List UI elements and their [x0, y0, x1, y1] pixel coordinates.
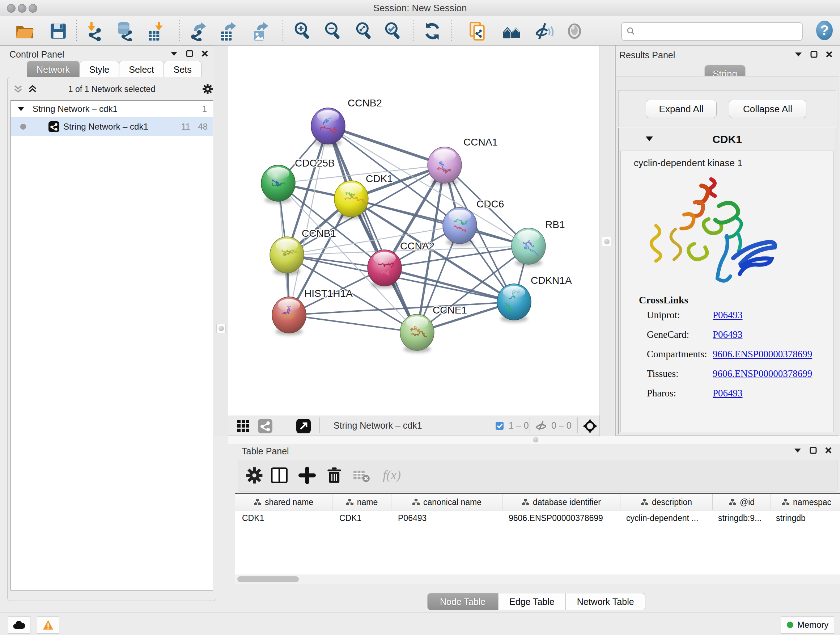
network-node-ccne1[interactable]: CCNE1	[400, 304, 467, 353]
preview-icon[interactable]	[564, 21, 584, 41]
table-header-row[interactable]: shared namenamecanonical namedatabase id…	[235, 494, 840, 510]
splitter-handle[interactable]	[602, 237, 611, 246]
home-icon[interactable]	[501, 21, 522, 41]
network-node-cdc6[interactable]: CDC6	[443, 198, 504, 246]
cloud-status-button[interactable]	[8, 616, 30, 633]
network-view-canvas[interactable]: CCNB2CCNA1CDC25BCDK1CDC6RB1CCNB1CCNA2CDK…	[228, 46, 600, 416]
zoom-in-icon[interactable]	[293, 21, 313, 41]
tab-sets[interactable]: Sets	[164, 61, 202, 78]
zoom-fit-icon[interactable]	[354, 21, 374, 41]
import-network-icon[interactable]	[84, 21, 104, 41]
table-settings-gear-icon[interactable]	[246, 467, 263, 484]
column-header-name[interactable]: name	[332, 494, 392, 510]
gear-icon[interactable]	[202, 84, 213, 95]
tab-edge-table[interactable]: Edge Table	[498, 593, 566, 610]
table-cell[interactable]: CDK1	[332, 510, 391, 526]
maximize-panel-icon[interactable]	[810, 447, 817, 454]
table-cell[interactable]: P06493	[391, 510, 501, 526]
column-header-namespac[interactable]: namespac	[771, 494, 840, 510]
column-header-description[interactable]: description	[621, 494, 713, 510]
network-node-cdkn1a[interactable]: CDKN1A	[497, 275, 572, 322]
delete-column-icon[interactable]	[325, 467, 343, 484]
cdk1-section-header[interactable]: CDK1	[619, 128, 836, 150]
table-cell[interactable]: 9606.ENSP00000378699	[501, 510, 619, 526]
zoom-selected-icon[interactable]	[383, 21, 403, 41]
collapse-triangle-icon[interactable]	[17, 106, 25, 111]
tab-style[interactable]: Style	[80, 61, 119, 78]
hide-labels-icon[interactable]	[533, 21, 554, 41]
bottom-splitter[interactable]	[228, 436, 840, 444]
grid-mode-icon[interactable]	[237, 420, 249, 432]
right-splitter[interactable]	[599, 46, 614, 436]
tab-select[interactable]: Select	[119, 61, 164, 78]
collapse-all-button[interactable]: Collapse All	[729, 100, 806, 118]
save-session-icon[interactable]	[48, 21, 68, 41]
splitter-handle[interactable]	[216, 324, 226, 333]
fit-content-icon[interactable]	[583, 418, 598, 434]
column-header-database-identifier[interactable]: database identifier	[502, 494, 621, 510]
table-cell[interactable]: stringdb	[769, 510, 840, 526]
column-header-shared-name[interactable]: shared name	[235, 494, 332, 510]
left-splitter[interactable]	[214, 46, 228, 436]
network-edge[interactable]	[289, 315, 417, 333]
refresh-icon[interactable]	[422, 21, 442, 41]
warning-status-button[interactable]	[37, 616, 59, 633]
network-node-ccnb1[interactable]: CCNB1	[270, 228, 336, 275]
network-edge[interactable]	[289, 126, 328, 315]
import-table-icon[interactable]	[147, 21, 167, 41]
crosslink-link[interactable]: 9606.ENSP00000378699	[713, 368, 812, 379]
scrollbar-thumb[interactable]	[237, 576, 299, 582]
column-header-canonical-name[interactable]: canonical name	[392, 494, 502, 510]
network-edge[interactable]	[328, 126, 445, 165]
export-table-icon[interactable]	[219, 21, 239, 41]
export-network-icon[interactable]	[189, 21, 210, 41]
horizontal-scrollbar[interactable]	[235, 575, 840, 584]
crosslink-row: Pharos:P06493	[647, 388, 828, 399]
network-row-selected[interactable]: String Network – cdk1 11 48	[11, 117, 213, 136]
crosslink-link[interactable]: P06493	[713, 329, 743, 340]
float-panel-icon[interactable]	[170, 51, 178, 56]
network-node-ccna2[interactable]: CCNA2	[368, 241, 434, 288]
close-panel-icon[interactable]	[826, 51, 833, 58]
tab-network-table[interactable]: Network Table	[566, 593, 645, 610]
tab-network[interactable]: Network	[27, 61, 80, 78]
string-view-icon[interactable]	[258, 419, 272, 433]
maximize-panel-icon[interactable]	[810, 51, 818, 58]
birds-eye-view-icon[interactable]	[296, 419, 311, 433]
network-node-ccna1[interactable]: CCNA1	[428, 136, 498, 185]
crosslink-link[interactable]: 9606.ENSP00000378699	[713, 348, 812, 359]
import-database-icon[interactable]	[114, 21, 134, 41]
network-node-cdc25b[interactable]: CDC25B	[261, 157, 335, 203]
open-session-icon[interactable]	[14, 21, 35, 41]
network-node-cdk1[interactable]: CDK1	[334, 173, 393, 219]
expand-all-button[interactable]: Expand All	[646, 100, 717, 118]
export-image-icon[interactable]	[251, 21, 271, 41]
table-cell[interactable]: stringdb:9...	[711, 510, 769, 526]
table-cell[interactable]: CDK1	[235, 510, 332, 526]
zoom-out-icon[interactable]	[323, 21, 343, 41]
network-collection-row[interactable]: String Network – cdk1 1	[11, 101, 213, 117]
table-cell[interactable]: cyclin-dependent ...	[619, 510, 711, 526]
memory-button[interactable]: Memory	[781, 616, 834, 633]
network-node-rb1[interactable]: RB1	[512, 219, 565, 266]
network-node-ccnb2[interactable]: CCNB2	[311, 97, 382, 146]
close-panel-icon[interactable]	[201, 50, 208, 57]
table-row[interactable]: CDK1CDK1P064939606.ENSP00000378699cyclin…	[235, 510, 840, 526]
network-edge[interactable]	[328, 126, 417, 333]
search-input[interactable]	[639, 24, 796, 38]
maximize-panel-icon[interactable]	[186, 50, 193, 57]
splitter-handle[interactable]	[531, 435, 540, 444]
close-panel-icon[interactable]	[825, 447, 832, 454]
crosslink-link[interactable]: P06493	[713, 388, 743, 399]
string-import-icon[interactable]	[468, 21, 488, 41]
show-columns-icon[interactable]	[271, 467, 288, 484]
add-column-icon[interactable]	[298, 467, 316, 484]
float-panel-icon[interactable]	[794, 52, 802, 57]
crosslink-link[interactable]: P06493	[713, 310, 743, 320]
search-field[interactable]	[621, 22, 803, 41]
help-button[interactable]: ?	[816, 21, 833, 40]
tab-node-table[interactable]: Node Table	[427, 593, 498, 610]
float-panel-icon[interactable]	[794, 448, 802, 453]
selected-checkbox[interactable]	[496, 422, 504, 430]
column-header--id[interactable]: @id	[713, 494, 771, 510]
